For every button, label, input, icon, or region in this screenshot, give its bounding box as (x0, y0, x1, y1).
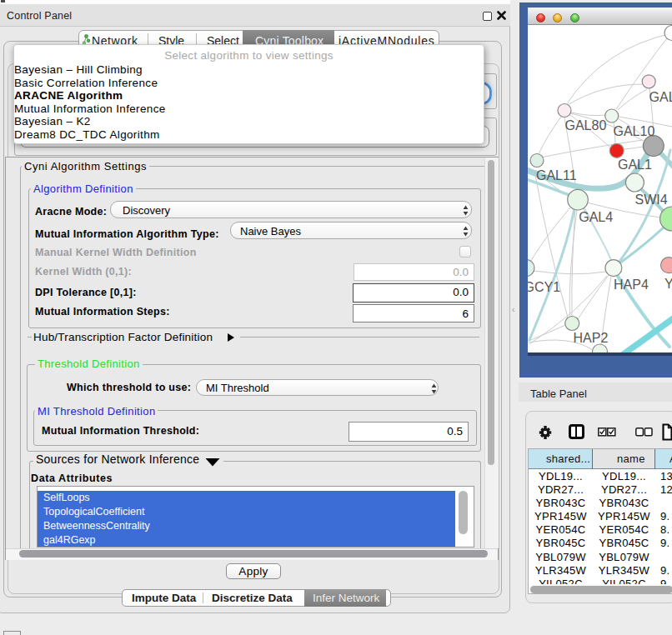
svg-text:GAL11: GAL11 (536, 168, 577, 182)
svg-text:SWI4: SWI4 (635, 192, 668, 207)
svg-text:GAL4: GAL4 (579, 210, 613, 224)
svg-text:GAL1: GAL1 (618, 158, 652, 172)
svg-text:GAL80: GAL80 (565, 118, 607, 132)
svg-text:GCY1: GCY1 (528, 280, 560, 294)
svg-text:Y: Y (664, 277, 672, 291)
svg-text:HAP4: HAP4 (614, 278, 649, 292)
svg-text:GAL8: GAL8 (649, 90, 672, 104)
svg-text:GAL10: GAL10 (614, 124, 655, 138)
svg-text:HAP2: HAP2 (574, 331, 609, 345)
